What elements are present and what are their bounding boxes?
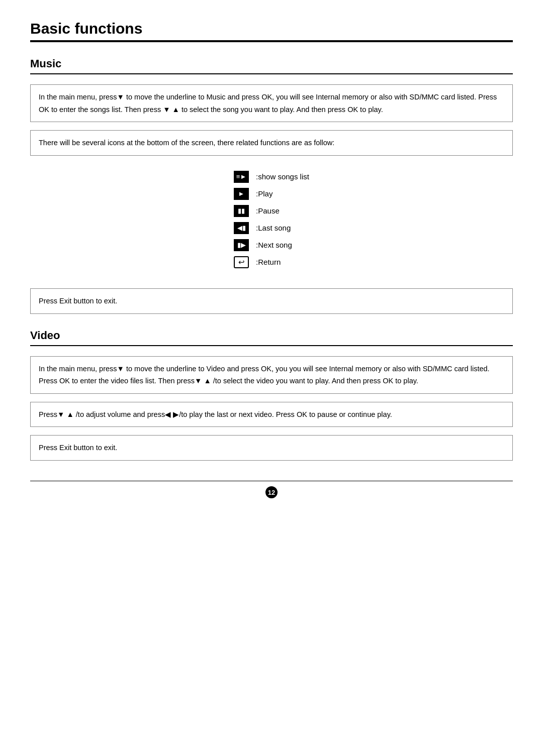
return-label: :Return — [256, 258, 281, 266]
list-item: ▮▶ :Next song — [234, 239, 309, 251]
page-number: 12 — [265, 486, 278, 498]
music-section-title: Music — [30, 57, 513, 70]
video-section-title: Video — [30, 329, 513, 342]
music-exit-text: Press Exit button to exit. — [39, 297, 117, 305]
video-section-divider — [30, 345, 513, 346]
last-song-icon: ◀▮ — [234, 222, 249, 234]
show-songs-icon: ≡► — [234, 171, 249, 183]
pause-label: :Pause — [256, 206, 280, 215]
video-description-box-1: In the main menu, press▼ to move the und… — [30, 356, 513, 394]
next-song-label: :Next song — [256, 241, 292, 249]
icon-list-area: ≡► :show songs list ► :Play ▮▮ :Pause ◀▮… — [30, 171, 513, 273]
music-description-text-2: There will be several icons at the botto… — [39, 139, 334, 147]
list-item: ↩ :Return — [234, 256, 309, 268]
page-title: Basic functions — [30, 20, 513, 37]
video-description-text-1: In the main menu, press▼ to move the und… — [39, 365, 490, 385]
video-description-text-2: Press▼ ▲ /to adjust volume and press◀ ▶/… — [39, 410, 392, 418]
music-description-text-1: In the main menu, press▼ to move the und… — [39, 93, 497, 114]
next-song-icon: ▮▶ — [234, 239, 249, 251]
icon-list: ≡► :show songs list ► :Play ▮▮ :Pause ◀▮… — [234, 171, 309, 273]
play-label: :Play — [256, 189, 273, 198]
video-exit-box: Press Exit button to exit. — [30, 435, 513, 461]
music-section-divider — [30, 73, 513, 74]
last-song-label: :Last song — [256, 224, 291, 232]
list-item: ▮▮ :Pause — [234, 205, 309, 217]
page-footer: 12 — [30, 481, 513, 498]
music-description-box-1: In the main menu, press▼ to move the und… — [30, 84, 513, 122]
return-icon: ↩ — [234, 256, 249, 268]
title-divider — [30, 40, 513, 42]
list-item: ≡► :show songs list — [234, 171, 309, 183]
video-exit-text: Press Exit button to exit. — [39, 444, 117, 452]
video-description-box-2: Press▼ ▲ /to adjust volume and press◀ ▶/… — [30, 402, 513, 427]
show-songs-label: :show songs list — [256, 172, 309, 181]
play-icon: ► — [234, 188, 249, 200]
list-item: ► :Play — [234, 188, 309, 200]
music-description-box-2: There will be several icons at the botto… — [30, 130, 513, 156]
pause-icon: ▮▮ — [234, 205, 249, 217]
music-exit-box: Press Exit button to exit. — [30, 288, 513, 314]
list-item: ◀▮ :Last song — [234, 222, 309, 234]
